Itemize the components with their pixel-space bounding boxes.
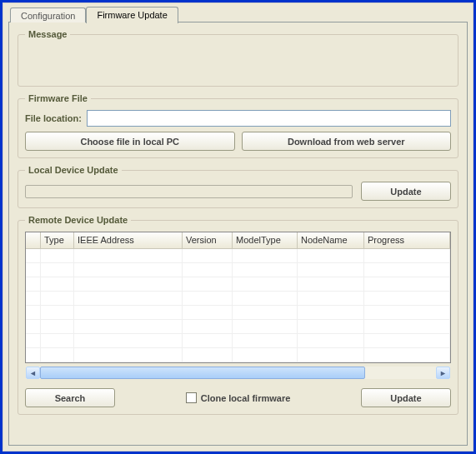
tab-strip: Configuration Firmware Update — [10, 6, 178, 22]
message-legend: Message — [25, 29, 70, 39]
remote-update-button[interactable]: Update — [361, 388, 451, 407]
table-row[interactable] — [26, 292, 450, 306]
table-row[interactable] — [26, 306, 450, 320]
firmware-file-legend: Firmware File — [25, 93, 91, 103]
search-button[interactable]: Search — [25, 388, 115, 407]
file-location-input[interactable] — [87, 110, 451, 127]
col-version[interactable]: Version — [183, 232, 233, 248]
local-update-button[interactable]: Update — [361, 182, 451, 201]
clone-firmware-text: Clone local firmware — [201, 393, 291, 403]
scroll-thumb[interactable] — [40, 367, 365, 379]
table-row[interactable] — [26, 334, 450, 348]
col-modeltype[interactable]: ModelType — [233, 232, 298, 248]
local-update-progress — [25, 185, 353, 198]
clone-firmware-label[interactable]: Clone local firmware — [186, 392, 291, 403]
horizontal-scrollbar[interactable]: ◄ ► — [25, 366, 451, 380]
clone-firmware-checkbox[interactable] — [186, 392, 197, 403]
firmware-file-group: Firmware File File location: Choose file… — [18, 93, 458, 158]
table-row[interactable] — [26, 277, 450, 292]
col-ieee[interactable]: IEEE Address — [74, 232, 183, 248]
tab-configuration[interactable]: Configuration — [10, 7, 86, 22]
download-web-button[interactable]: Download from web server — [242, 132, 452, 151]
choose-file-button[interactable]: Choose file in local PC — [25, 132, 235, 151]
scroll-right-button[interactable]: ► — [436, 367, 450, 379]
col-type[interactable]: Type — [41, 232, 74, 248]
local-device-update-group: Local Device Update Update — [18, 165, 458, 208]
col-blank[interactable] — [26, 232, 41, 248]
chevron-right-icon: ► — [439, 369, 447, 377]
table-row[interactable] — [26, 320, 450, 334]
table-header: Type IEEE Address Version ModelType Node… — [26, 232, 450, 249]
col-nodename[interactable]: NodeName — [298, 232, 364, 248]
col-progress[interactable]: Progress — [364, 232, 450, 248]
remote-device-update-group: Remote Device Update Type IEEE Address V… — [18, 215, 458, 415]
device-table: Type IEEE Address Version ModelType Node… — [25, 232, 451, 363]
table-body — [26, 249, 450, 362]
table-row[interactable] — [26, 263, 450, 277]
firmware-update-panel: Configuration Firmware Update Message Fi… — [3, 2, 473, 452]
message-group: Message — [18, 29, 458, 87]
local-device-update-legend: Local Device Update — [25, 165, 122, 175]
table-row[interactable] — [26, 249, 450, 263]
file-location-label: File location: — [25, 113, 82, 123]
chevron-left-icon: ◄ — [29, 369, 37, 377]
scroll-track[interactable] — [40, 367, 436, 379]
tab-content: Message Firmware File File location: Cho… — [8, 22, 468, 446]
remote-device-update-legend: Remote Device Update — [25, 215, 131, 225]
scroll-left-button[interactable]: ◄ — [26, 367, 40, 379]
tab-firmware-update[interactable]: Firmware Update — [86, 7, 178, 23]
message-body — [25, 46, 451, 79]
table-row[interactable] — [26, 348, 450, 362]
